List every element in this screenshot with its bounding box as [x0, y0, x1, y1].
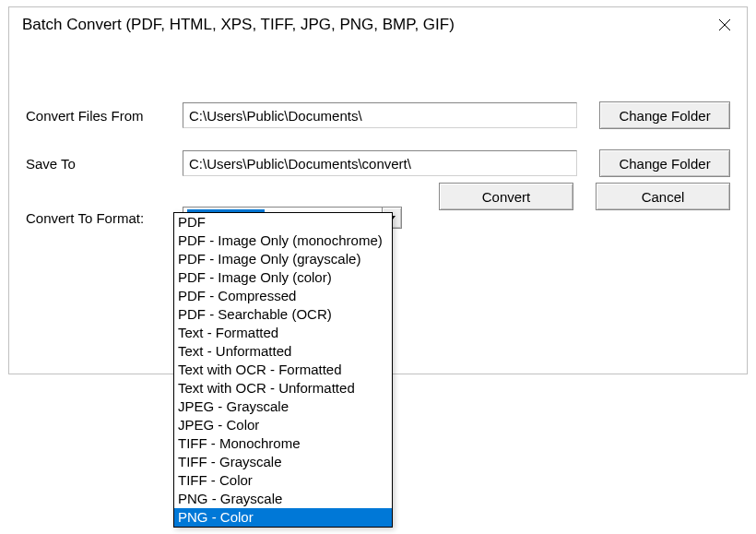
format-option[interactable]: PDF - Compressed [174, 287, 392, 305]
close-button[interactable] [715, 16, 734, 34]
format-option[interactable]: PDF - Searchable (OCR) [174, 305, 392, 324]
format-option[interactable]: Text - Unformatted [174, 342, 392, 361]
dialog-content: Convert Files From Change Folder Save To… [9, 42, 747, 229]
convert-button[interactable]: Convert [439, 183, 573, 210]
convert-from-label: Convert Files From [26, 108, 183, 124]
save-to-label: Save To [26, 156, 183, 172]
format-label: Convert To Format: [26, 210, 183, 226]
save-to-row: Save To Change Folder [26, 149, 730, 177]
change-folder-to-button[interactable]: Change Folder [599, 149, 730, 177]
titlebar: Batch Convert (PDF, HTML, XPS, TIFF, JPG… [9, 7, 747, 42]
format-option[interactable]: PDF - Image Only (color) [174, 268, 392, 287]
format-option[interactable]: Text - Formatted [174, 324, 392, 342]
format-option[interactable]: TIFF - Grayscale [174, 453, 392, 471]
change-folder-from-button[interactable]: Change Folder [599, 101, 730, 129]
format-option[interactable]: TIFF - Color [174, 471, 392, 490]
format-option[interactable]: PNG - Color [174, 508, 392, 527]
format-option[interactable]: PNG - Grayscale [174, 490, 392, 508]
save-to-input[interactable] [183, 150, 577, 176]
format-option[interactable]: JPEG - Grayscale [174, 398, 392, 416]
convert-from-input[interactable] [183, 102, 577, 128]
format-option[interactable]: PDF - Image Only (grayscale) [174, 250, 392, 268]
convert-from-row: Convert Files From Change Folder [26, 101, 730, 129]
format-option[interactable]: Text with OCR - Formatted [174, 361, 392, 379]
cancel-button[interactable]: Cancel [596, 183, 730, 210]
format-dropdown-list[interactable]: PDFPDF - Image Only (monochrome)PDF - Im… [173, 212, 393, 528]
dialog-title: Batch Convert (PDF, HTML, XPS, TIFF, JPG… [22, 16, 455, 34]
format-option[interactable]: JPEG - Color [174, 416, 392, 434]
format-option[interactable]: TIFF - Monochrome [174, 434, 392, 453]
format-option[interactable]: Text with OCR - Unformatted [174, 379, 392, 398]
close-icon [718, 18, 731, 31]
format-option[interactable]: PDF - Image Only (monochrome) [174, 231, 392, 250]
bottom-button-group: Convert Cancel [439, 183, 730, 210]
format-option[interactable]: PDF [174, 213, 392, 231]
